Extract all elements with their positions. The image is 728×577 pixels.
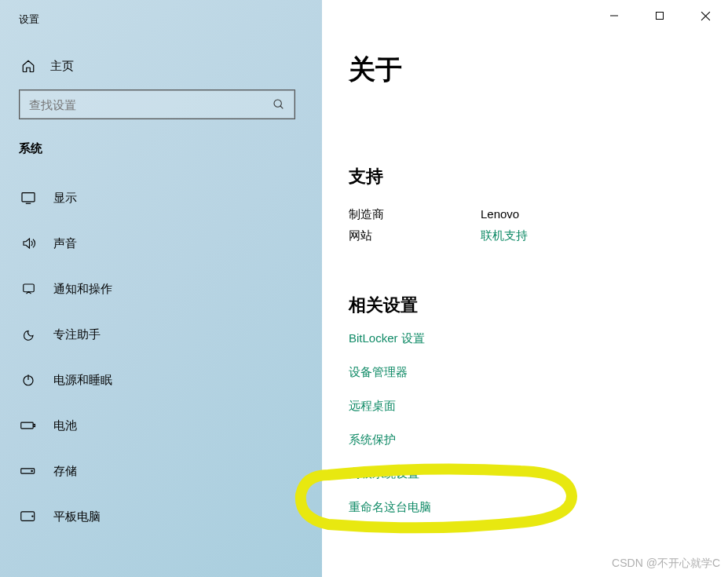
- search-input[interactable]: [29, 98, 273, 111]
- sidebar-section-label: 系统: [19, 141, 303, 156]
- battery-icon: [20, 418, 36, 433]
- svg-rect-4: [23, 284, 34, 292]
- nav-item-sound[interactable]: 声音: [19, 221, 303, 266]
- support-section: 支持 制造商 Lenovo 网站 联机支持: [349, 165, 701, 243]
- svg-point-0: [274, 100, 281, 107]
- nav-list: 显示 声音 通知和操作 专注助手 电源和睡眠: [19, 175, 303, 539]
- manufacturer-row: 制造商 Lenovo: [349, 207, 701, 222]
- nav-item-label: 通知和操作: [53, 282, 112, 297]
- nav-item-label: 存储: [53, 464, 77, 479]
- nav-item-notifications[interactable]: 通知和操作: [19, 266, 303, 312]
- nav-item-label: 专注助手: [53, 327, 101, 342]
- nav-item-storage[interactable]: 存储: [19, 448, 303, 494]
- nav-item-label: 电池: [53, 418, 77, 433]
- home-label: 主页: [50, 59, 74, 74]
- nav-item-display[interactable]: 显示: [19, 175, 303, 221]
- focus-icon: [20, 327, 36, 342]
- support-heading: 支持: [349, 165, 701, 188]
- manufacturer-value: Lenovo: [481, 207, 519, 222]
- watermark: CSDN @不开心就学C: [612, 557, 720, 571]
- maximize-button[interactable]: [637, 0, 682, 31]
- search-icon: [273, 98, 285, 111]
- manufacturer-label: 制造商: [349, 207, 481, 222]
- sound-icon: [20, 236, 36, 251]
- nav-item-label: 声音: [53, 236, 77, 251]
- minimize-button[interactable]: [591, 0, 637, 31]
- close-button[interactable]: [682, 0, 728, 31]
- link-advanced-system[interactable]: 高级系统设置: [349, 466, 701, 481]
- link-system-protection[interactable]: 系统保护: [349, 433, 701, 447]
- svg-rect-7: [21, 422, 33, 429]
- window-title: 设置: [19, 13, 303, 27]
- power-icon: [20, 372, 36, 388]
- home-icon: [20, 58, 36, 74]
- main-content: 关于 支持 制造商 Lenovo 网站 联机支持 相关设置 BitLocker …: [322, 0, 728, 577]
- svg-point-10: [31, 470, 33, 472]
- link-remote-desktop[interactable]: 远程桌面: [349, 399, 701, 414]
- related-heading: 相关设置: [349, 294, 701, 317]
- svg-point-12: [32, 516, 33, 517]
- nav-item-tablet[interactable]: 平板电脑: [19, 494, 303, 539]
- related-settings-section: 相关设置 BitLocker 设置 设备管理器 远程桌面 系统保护 高级系统设置…: [349, 294, 701, 515]
- nav-item-battery[interactable]: 电池: [19, 403, 303, 448]
- svg-rect-2: [22, 193, 35, 202]
- storage-icon: [20, 463, 36, 479]
- website-label: 网站: [349, 228, 481, 243]
- svg-line-1: [280, 106, 283, 108]
- svg-rect-14: [657, 13, 664, 20]
- home-nav[interactable]: 主页: [19, 58, 303, 74]
- nav-item-label: 显示: [53, 191, 77, 206]
- website-row: 网站 联机支持: [349, 228, 701, 243]
- link-rename-pc[interactable]: 重命名这台电脑: [349, 500, 701, 515]
- display-icon: [20, 190, 36, 206]
- website-link[interactable]: 联机支持: [481, 228, 528, 243]
- link-bitlocker[interactable]: BitLocker 设置: [349, 331, 701, 346]
- link-device-manager[interactable]: 设备管理器: [349, 365, 701, 380]
- page-title: 关于: [349, 52, 701, 88]
- window-controls: [591, 0, 728, 31]
- nav-item-label: 平板电脑: [53, 509, 101, 524]
- svg-rect-8: [34, 424, 35, 426]
- sidebar: 设置 主页 系统 显示 声音 通: [0, 0, 322, 577]
- notifications-icon: [20, 281, 36, 297]
- tablet-icon: [20, 509, 36, 524]
- search-box[interactable]: [19, 89, 295, 119]
- nav-item-power[interactable]: 电源和睡眠: [19, 357, 303, 403]
- nav-item-label: 电源和睡眠: [53, 373, 112, 388]
- nav-item-focus[interactable]: 专注助手: [19, 312, 303, 357]
